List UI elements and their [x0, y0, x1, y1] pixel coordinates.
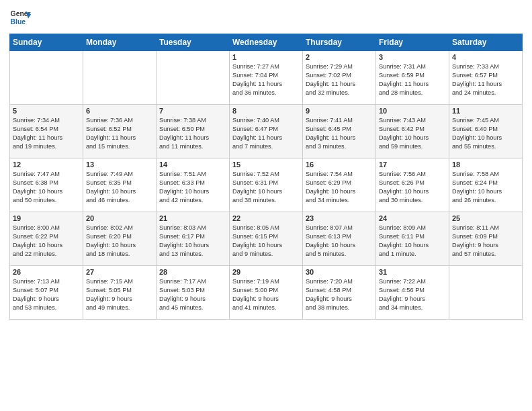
day-number: 4 [452, 53, 519, 61]
day-number: 18 [452, 161, 519, 169]
page-container: General Blue SundayMondayTuesdayWednesda… [0, 0, 532, 324]
week-row-1: 5Sunrise: 7:34 AMSunset: 6:54 PMDaylight… [10, 105, 523, 158]
day-number: 26 [13, 268, 80, 276]
day-number: 7 [159, 107, 226, 115]
day-cell: 4Sunrise: 7:33 AMSunset: 6:57 PMDaylight… [449, 51, 523, 105]
day-info: Sunrise: 7:49 AMSunset: 6:35 PMDaylight:… [86, 170, 153, 205]
day-cell: 13Sunrise: 7:49 AMSunset: 6:35 PMDayligh… [83, 158, 157, 212]
logo: General Blue [9, 7, 31, 28]
day-info: Sunrise: 7:52 AMSunset: 6:31 PMDaylight:… [232, 170, 300, 205]
day-cell: 19Sunrise: 8:00 AMSunset: 6:22 PMDayligh… [10, 212, 83, 266]
day-info: Sunrise: 7:15 AMSunset: 5:05 PMDaylight:… [86, 277, 153, 312]
weekday-header-wednesday: Wednesday [230, 34, 303, 51]
weekday-header-friday: Friday [376, 34, 449, 51]
weekday-header-tuesday: Tuesday [157, 34, 230, 51]
day-info: Sunrise: 8:11 AMSunset: 6:09 PMDaylight:… [452, 224, 519, 259]
day-number: 1 [232, 53, 300, 61]
day-info: Sunrise: 7:36 AMSunset: 6:52 PMDaylight:… [86, 116, 153, 151]
day-cell: 29Sunrise: 7:19 AMSunset: 5:00 PMDayligh… [230, 266, 303, 320]
calendar-table: SundayMondayTuesdayWednesdayThursdayFrid… [9, 34, 523, 320]
day-info: Sunrise: 7:22 AMSunset: 4:56 PMDaylight:… [379, 277, 446, 312]
day-number: 25 [452, 214, 519, 222]
day-number: 6 [86, 107, 153, 115]
day-number: 9 [306, 107, 373, 115]
day-cell: 7Sunrise: 7:38 AMSunset: 6:50 PMDaylight… [157, 105, 230, 158]
day-info: Sunrise: 7:54 AMSunset: 6:29 PMDaylight:… [306, 170, 373, 205]
day-number: 15 [232, 161, 300, 169]
day-number: 29 [232, 268, 300, 276]
day-number: 14 [159, 161, 226, 169]
day-number: 17 [379, 161, 446, 169]
day-number: 5 [13, 107, 80, 115]
day-cell: 22Sunrise: 8:05 AMSunset: 6:15 PMDayligh… [230, 212, 303, 266]
day-cell: 9Sunrise: 7:41 AMSunset: 6:45 PMDaylight… [303, 105, 376, 158]
day-info: Sunrise: 7:13 AMSunset: 5:07 PMDaylight:… [13, 277, 80, 312]
day-info: Sunrise: 7:29 AMSunset: 7:02 PMDaylight:… [306, 62, 373, 97]
day-info: Sunrise: 7:40 AMSunset: 6:47 PMDaylight:… [232, 116, 300, 151]
day-info: Sunrise: 8:07 AMSunset: 6:13 PMDaylight:… [306, 224, 373, 259]
day-info: Sunrise: 7:38 AMSunset: 6:50 PMDaylight:… [159, 116, 226, 151]
day-info: Sunrise: 8:00 AMSunset: 6:22 PMDaylight:… [13, 224, 80, 259]
day-info: Sunrise: 7:41 AMSunset: 6:45 PMDaylight:… [306, 116, 373, 151]
day-info: Sunrise: 7:17 AMSunset: 5:03 PMDaylight:… [159, 277, 226, 312]
weekday-header-sunday: Sunday [10, 34, 83, 51]
day-number: 31 [379, 268, 446, 276]
day-cell: 16Sunrise: 7:54 AMSunset: 6:29 PMDayligh… [303, 158, 376, 212]
day-cell: 10Sunrise: 7:43 AMSunset: 6:42 PMDayligh… [376, 105, 449, 158]
week-row-2: 12Sunrise: 7:47 AMSunset: 6:38 PMDayligh… [10, 158, 523, 212]
day-cell: 28Sunrise: 7:17 AMSunset: 5:03 PMDayligh… [157, 266, 230, 320]
day-info: Sunrise: 8:03 AMSunset: 6:17 PMDaylight:… [159, 224, 226, 259]
day-number: 22 [232, 214, 300, 222]
day-number: 21 [159, 214, 226, 222]
day-number: 8 [232, 107, 300, 115]
day-info: Sunrise: 7:56 AMSunset: 6:26 PMDaylight:… [379, 170, 446, 205]
day-cell: 14Sunrise: 7:51 AMSunset: 6:33 PMDayligh… [157, 158, 230, 212]
day-number: 2 [306, 53, 373, 61]
day-cell: 1Sunrise: 7:27 AMSunset: 7:04 PMDaylight… [230, 51, 303, 105]
day-info: Sunrise: 8:02 AMSunset: 6:20 PMDaylight:… [86, 224, 153, 259]
day-number: 10 [379, 107, 446, 115]
day-number: 23 [306, 214, 373, 222]
day-cell [10, 51, 83, 105]
day-info: Sunrise: 7:19 AMSunset: 5:00 PMDaylight:… [232, 277, 300, 312]
day-cell: 21Sunrise: 8:03 AMSunset: 6:17 PMDayligh… [157, 212, 230, 266]
day-cell: 12Sunrise: 7:47 AMSunset: 6:38 PMDayligh… [10, 158, 83, 212]
day-cell: 23Sunrise: 8:07 AMSunset: 6:13 PMDayligh… [303, 212, 376, 266]
day-cell: 17Sunrise: 7:56 AMSunset: 6:26 PMDayligh… [376, 158, 449, 212]
day-cell: 25Sunrise: 8:11 AMSunset: 6:09 PMDayligh… [449, 212, 523, 266]
day-cell: 8Sunrise: 7:40 AMSunset: 6:47 PMDaylight… [230, 105, 303, 158]
day-info: Sunrise: 7:31 AMSunset: 6:59 PMDaylight:… [379, 62, 446, 97]
day-info: Sunrise: 7:20 AMSunset: 4:58 PMDaylight:… [306, 277, 373, 312]
day-info: Sunrise: 7:27 AMSunset: 7:04 PMDaylight:… [232, 62, 300, 97]
day-number: 3 [379, 53, 446, 61]
day-number: 30 [306, 268, 373, 276]
day-cell: 30Sunrise: 7:20 AMSunset: 4:58 PMDayligh… [303, 266, 376, 320]
calendar-body: 1Sunrise: 7:27 AMSunset: 7:04 PMDaylight… [10, 51, 523, 320]
day-cell: 5Sunrise: 7:34 AMSunset: 6:54 PMDaylight… [10, 105, 83, 158]
day-cell: 27Sunrise: 7:15 AMSunset: 5:05 PMDayligh… [83, 266, 157, 320]
day-info: Sunrise: 7:47 AMSunset: 6:38 PMDaylight:… [13, 170, 80, 205]
day-cell [83, 51, 157, 105]
day-cell [157, 51, 230, 105]
day-cell: 2Sunrise: 7:29 AMSunset: 7:02 PMDaylight… [303, 51, 376, 105]
weekday-header-thursday: Thursday [303, 34, 376, 51]
day-info: Sunrise: 7:34 AMSunset: 6:54 PMDaylight:… [13, 116, 80, 151]
day-info: Sunrise: 7:43 AMSunset: 6:42 PMDaylight:… [379, 116, 446, 151]
day-info: Sunrise: 8:05 AMSunset: 6:15 PMDaylight:… [232, 224, 300, 259]
day-number: 12 [13, 161, 80, 169]
day-number: 27 [86, 268, 153, 276]
day-cell: 20Sunrise: 8:02 AMSunset: 6:20 PMDayligh… [83, 212, 157, 266]
day-cell: 15Sunrise: 7:52 AMSunset: 6:31 PMDayligh… [230, 158, 303, 212]
week-row-0: 1Sunrise: 7:27 AMSunset: 7:04 PMDaylight… [10, 51, 523, 105]
day-cell: 31Sunrise: 7:22 AMSunset: 4:56 PMDayligh… [376, 266, 449, 320]
day-number: 24 [379, 214, 446, 222]
day-number: 20 [86, 214, 153, 222]
weekday-header-saturday: Saturday [449, 34, 523, 51]
day-number: 16 [306, 161, 373, 169]
day-number: 19 [13, 214, 80, 222]
day-info: Sunrise: 8:09 AMSunset: 6:11 PMDaylight:… [379, 224, 446, 259]
day-number: 13 [86, 161, 153, 169]
day-cell: 3Sunrise: 7:31 AMSunset: 6:59 PMDaylight… [376, 51, 449, 105]
header: General Blue [9, 7, 523, 28]
day-info: Sunrise: 7:45 AMSunset: 6:40 PMDaylight:… [452, 116, 519, 151]
